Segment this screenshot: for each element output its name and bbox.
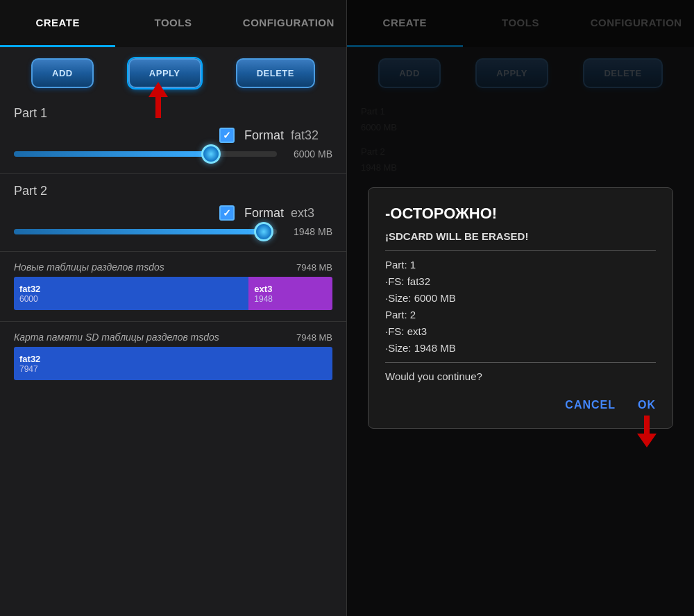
new-table-header: Новые таблицы разделов msdos 7948 MB xyxy=(14,262,332,273)
dialog-part1-fs: ·FS: fat32 xyxy=(385,273,656,290)
sd-table-header: Карта памяти SD таблицы разделов msdos 7… xyxy=(14,332,332,343)
part2-slider-track[interactable] xyxy=(14,229,277,234)
part1-header: Part 1 xyxy=(14,106,332,121)
divider-3 xyxy=(0,321,346,322)
dialog-part1-label: Part: 1 xyxy=(385,257,656,273)
sd-table-section: Карта памяти SD таблицы разделов msdos 7… xyxy=(0,325,346,388)
ok-arrow-head xyxy=(637,434,657,447)
sd-bar-fat32-fs: fat32 xyxy=(19,354,327,364)
ok-button[interactable]: OK xyxy=(638,399,656,411)
delete-button[interactable]: DELETE xyxy=(236,58,315,88)
part2-format-row: Format ext3 xyxy=(14,205,332,221)
left-tab-tools[interactable]: TOOLS xyxy=(115,0,230,47)
part1-format-row: Format fat32 xyxy=(14,128,332,143)
dialog-question: Would you continue? xyxy=(385,368,656,385)
dialog-divider-bottom xyxy=(385,362,656,363)
new-bar-fat32: fat32 6000 xyxy=(14,277,248,310)
dialog-footer: CANCEL OK xyxy=(385,393,656,411)
divider-1 xyxy=(0,173,346,174)
new-partition-bar: fat32 6000 ext3 1948 xyxy=(14,277,332,310)
sd-partition-bar: fat32 7947 xyxy=(14,347,332,380)
warning-dialog: -ОСТОРОЖНО! ¡SDCARD WILL BE ERASED! Part… xyxy=(368,187,673,429)
divider-2 xyxy=(0,251,346,252)
dialog-title: -ОСТОРОЖНО! xyxy=(385,205,656,223)
part1-section: Part 1 Format fat32 6000 MB xyxy=(0,99,346,171)
new-bar-ext3-fs: ext3 xyxy=(254,284,327,294)
dialog-part1-size: ·Size: 6000 MB xyxy=(385,290,656,307)
dialog-part2-size: ·Size: 1948 MB xyxy=(385,340,656,357)
right-panel: CREATE TOOLS CONFIGURATION ADD APPLY DEL… xyxy=(347,0,694,616)
part2-slider-value: 1948 MB xyxy=(284,226,332,237)
new-table-title: Новые таблицы разделов msdos xyxy=(14,262,164,273)
part2-slider-row: 1948 MB xyxy=(14,226,332,237)
part1-slider-fill xyxy=(14,151,211,157)
dialog-divider-top xyxy=(385,250,656,251)
part2-checkbox-container[interactable] xyxy=(219,205,239,221)
dialog-part2-label: Part: 2 xyxy=(385,307,656,323)
dialog-part2-fs: ·FS: ext3 xyxy=(385,323,656,340)
part1-slider-thumb[interactable] xyxy=(201,144,221,164)
add-button[interactable]: ADD xyxy=(31,58,94,88)
apply-arrow xyxy=(149,82,168,118)
dialog-warning: ¡SDCARD WILL BE ERASED! xyxy=(385,228,656,245)
dialog-overlay: -ОСТОРОЖНО! ¡SDCARD WILL BE ERASED! Part… xyxy=(347,0,694,616)
left-tab-create[interactable]: CREATE xyxy=(0,0,115,47)
arrow-head xyxy=(149,82,168,97)
sd-bar-fat32-size: 7947 xyxy=(19,364,327,374)
new-table-section: Новые таблицы разделов msdos 7948 MB fat… xyxy=(0,255,346,318)
new-bar-fat32-fs: fat32 xyxy=(19,284,243,294)
part1-format-label: Format xyxy=(244,128,284,143)
part2-slider-fill xyxy=(14,229,264,234)
part2-section: Part 2 Format ext3 1948 MB xyxy=(0,177,346,248)
part1-checkbox[interactable] xyxy=(219,128,235,143)
new-bar-ext3-size: 1948 xyxy=(254,294,327,304)
cancel-button[interactable]: CANCEL xyxy=(565,399,616,411)
part2-format-label: Format xyxy=(244,206,284,221)
part1-slider-row: 6000 MB xyxy=(14,148,332,160)
part2-header: Part 2 xyxy=(14,184,332,198)
part1-slider-value: 6000 MB xyxy=(284,148,332,160)
new-bar-ext3: ext3 1948 xyxy=(248,277,332,310)
ok-arrow-shaft xyxy=(644,416,650,434)
new-bar-fat32-size: 6000 xyxy=(19,294,243,304)
part1-checkbox-container[interactable] xyxy=(219,128,239,143)
ok-btn-wrapper: OK xyxy=(638,399,656,411)
ok-arrow xyxy=(637,416,657,447)
part2-checkbox[interactable] xyxy=(219,205,235,221)
left-tab-configuration[interactable]: CONFIGURATION xyxy=(231,0,346,47)
sd-bar-fat32: fat32 7947 xyxy=(14,347,332,380)
sd-table-title: Карта памяти SD таблицы разделов msdos xyxy=(14,332,219,343)
part2-slider-thumb[interactable] xyxy=(254,222,273,241)
dialog-body: ¡SDCARD WILL BE ERASED! Part: 1 ·FS: fat… xyxy=(385,228,656,385)
part2-format-value: ext3 xyxy=(291,206,332,221)
left-action-bar: ADD APPLY DELETE xyxy=(0,47,346,99)
left-tab-bar: CREATE TOOLS CONFIGURATION xyxy=(0,0,346,47)
new-table-size: 7948 MB xyxy=(296,262,332,273)
arrow-shaft xyxy=(155,97,161,118)
sd-table-size: 7948 MB xyxy=(296,332,332,343)
part1-slider-track[interactable] xyxy=(14,151,277,157)
part1-format-value: fat32 xyxy=(291,128,332,143)
left-panel: CREATE TOOLS CONFIGURATION ADD APPLY DEL… xyxy=(0,0,347,616)
